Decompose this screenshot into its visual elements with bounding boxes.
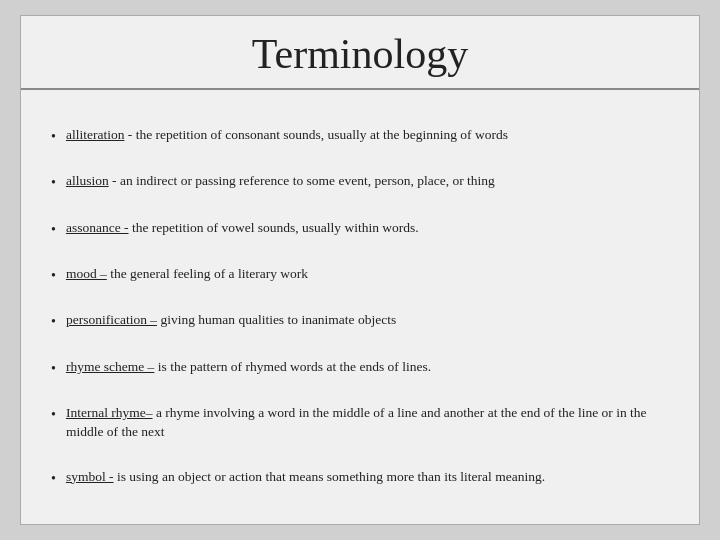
term-text: assonance - the repetition of vowel soun…: [66, 219, 669, 238]
slide-header: Terminology: [21, 16, 699, 90]
term-definition: the general feeling of a literary work: [107, 266, 308, 281]
term-text: alliteration - the repetition of consona…: [66, 126, 669, 145]
term-word: assonance -: [66, 220, 129, 235]
term-word: symbol -: [66, 469, 114, 484]
bullet-icon: •: [51, 359, 56, 379]
term-word: alliteration: [66, 127, 124, 142]
bullet-icon: •: [51, 469, 56, 489]
term-definition: a rhyme involving a word in the middle o…: [66, 405, 647, 439]
term-text: rhyme scheme – is the pattern of rhymed …: [66, 358, 669, 377]
term-word: mood –: [66, 266, 107, 281]
bullet-icon: •: [51, 266, 56, 286]
slide-content: •alliteration - the repetition of conson…: [21, 90, 699, 524]
bullet-icon: •: [51, 173, 56, 193]
list-item: •symbol - is using an object or action t…: [51, 468, 669, 489]
term-word: rhyme scheme –: [66, 359, 154, 374]
bullet-icon: •: [51, 405, 56, 425]
list-item: •alliteration - the repetition of conson…: [51, 126, 669, 147]
bullet-icon: •: [51, 312, 56, 332]
page-title: Terminology: [41, 30, 679, 78]
slide: Terminology •alliteration - the repetiti…: [20, 15, 700, 525]
bullet-icon: •: [51, 127, 56, 147]
term-definition: - the repetition of consonant sounds, us…: [124, 127, 508, 142]
term-definition: giving human qualities to inanimate obje…: [157, 312, 396, 327]
term-word: allusion: [66, 173, 109, 188]
bullet-icon: •: [51, 220, 56, 240]
term-word: personification –: [66, 312, 157, 327]
term-text: personification – giving human qualities…: [66, 311, 669, 330]
term-word: Internal rhyme–: [66, 405, 153, 420]
list-item: •mood – the general feeling of a literar…: [51, 265, 669, 286]
term-definition: is using an object or action that means …: [114, 469, 546, 484]
list-item: •assonance - the repetition of vowel sou…: [51, 219, 669, 240]
term-text: mood – the general feeling of a literary…: [66, 265, 669, 284]
list-item: •allusion - an indirect or passing refer…: [51, 172, 669, 193]
list-item: •rhyme scheme – is the pattern of rhymed…: [51, 358, 669, 379]
term-definition: is the pattern of rhymed words at the en…: [154, 359, 431, 374]
term-definition: - an indirect or passing reference to so…: [109, 173, 495, 188]
list-item: •Internal rhyme– a rhyme involving a wor…: [51, 404, 669, 442]
term-text: allusion - an indirect or passing refere…: [66, 172, 669, 191]
list-item: •personification – giving human qualitie…: [51, 311, 669, 332]
term-definition: the repetition of vowel sounds, usually …: [129, 220, 419, 235]
term-text: symbol - is using an object or action th…: [66, 468, 669, 487]
term-text: Internal rhyme– a rhyme involving a word…: [66, 404, 669, 442]
